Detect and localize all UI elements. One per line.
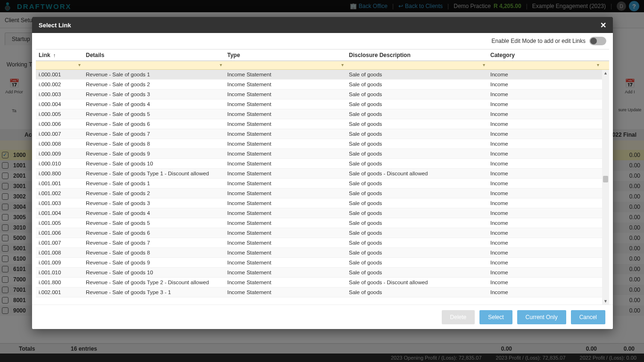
cell-type: Income Statement bbox=[224, 289, 346, 295]
table-row[interactable]: i.001.002Revenue - Sale of goods 2Income… bbox=[36, 189, 609, 198]
cell-link: i.001.002 bbox=[36, 190, 83, 196]
cell-details: Revenue - Sale of goods 6 bbox=[83, 121, 224, 127]
table-row[interactable]: i.001.007Revenue - Sale of goods 7Income… bbox=[36, 238, 609, 248]
table-row[interactable]: i.001.008Revenue - Sale of goods 8Income… bbox=[36, 248, 609, 258]
funnel-icon: ▾ bbox=[78, 62, 81, 67]
cell-details: Revenue - Sale of goods 6 bbox=[83, 230, 224, 236]
cell-link: i.001.800 bbox=[36, 280, 83, 285]
cell-disclosure: Sale of goods bbox=[346, 220, 487, 226]
cell-link: i.001.010 bbox=[36, 270, 83, 275]
filter-type[interactable]: ▾ bbox=[224, 61, 346, 69]
table-row[interactable]: i.000.001Revenue - Sale of goods 1Income… bbox=[36, 70, 609, 80]
cell-type: Income Statement bbox=[224, 121, 346, 127]
cell-link: i.000.001 bbox=[36, 72, 83, 77]
cell-link: i.000.009 bbox=[36, 151, 83, 156]
cancel-button[interactable]: Cancel bbox=[571, 310, 605, 324]
filter-link[interactable]: ▾ bbox=[36, 61, 83, 69]
table-row[interactable]: i.001.001Revenue - Sale of goods 1Income… bbox=[36, 179, 609, 189]
cell-type: Income Statement bbox=[224, 250, 346, 255]
table-row[interactable]: i.000.008Revenue - Sale of goods 8Income… bbox=[36, 139, 609, 149]
cell-type: Income Statement bbox=[224, 131, 346, 137]
cell-disclosure: Sale of goods bbox=[346, 121, 487, 127]
cell-type: Income Statement bbox=[224, 82, 346, 87]
table-row[interactable]: i.001.009Revenue - Sale of goods 9Income… bbox=[36, 258, 609, 268]
cell-link: i.000.004 bbox=[36, 101, 83, 107]
table-row[interactable]: i.001.800Revenue - Sale of goods Type 2 … bbox=[36, 278, 609, 288]
scroll-up-icon[interactable]: ▲ bbox=[602, 70, 609, 76]
table-row[interactable]: i.002.001Revenue - Sale of goods Type 3 … bbox=[36, 288, 609, 297]
cell-link: i.001.004 bbox=[36, 210, 83, 216]
select-button[interactable]: Select bbox=[479, 310, 512, 324]
cell-details: Revenue - Sale of goods 9 bbox=[83, 151, 224, 156]
cell-category: Income bbox=[487, 220, 609, 226]
col-header-disclosure[interactable]: Disclosure Description bbox=[346, 52, 487, 58]
cell-details: Revenue - Sale of goods 5 bbox=[83, 220, 224, 226]
cell-disclosure: Sale of goods bbox=[346, 181, 487, 186]
table-row[interactable]: i.000.007Revenue - Sale of goods 7Income… bbox=[36, 129, 609, 139]
cell-details: Revenue - Sale of goods 9 bbox=[83, 260, 224, 265]
table-row[interactable]: i.000.010Revenue - Sale of goods 10Incom… bbox=[36, 159, 609, 169]
table-row[interactable]: i.001.005Revenue - Sale of goods 5Income… bbox=[36, 218, 609, 228]
table-body: i.000.001Revenue - Sale of goods 1Income… bbox=[36, 70, 609, 304]
modal-title: Select Link bbox=[39, 22, 71, 29]
col-header-link[interactable]: Link ↑ bbox=[36, 52, 83, 58]
table-row[interactable]: i.001.004Revenue - Sale of goods 4Income… bbox=[36, 208, 609, 218]
table-row[interactable]: i.000.004Revenue - Sale of goods 4Income… bbox=[36, 99, 609, 109]
cell-details: Revenue - Sale of goods 3 bbox=[83, 91, 224, 97]
filter-details[interactable]: ▾ bbox=[83, 61, 224, 69]
filter-category[interactable]: ▾ bbox=[487, 61, 602, 69]
cell-details: Revenue - Sale of goods 4 bbox=[83, 101, 224, 107]
cell-disclosure: Sale of goods bbox=[346, 190, 487, 196]
cell-disclosure: Sale of goods bbox=[346, 101, 487, 107]
col-header-details[interactable]: Details bbox=[83, 52, 224, 58]
edit-mode-toggle[interactable] bbox=[589, 37, 606, 45]
table-row[interactable]: i.000.800Revenue - Sale of goods Type 1 … bbox=[36, 169, 609, 179]
table-row[interactable]: i.000.009Revenue - Sale of goods 9Income… bbox=[36, 149, 609, 159]
table-row[interactable]: i.000.005Revenue - Sale of goods 5Income… bbox=[36, 109, 609, 119]
cell-details: Revenue - Sale of goods 5 bbox=[83, 111, 224, 117]
vertical-scrollbar[interactable]: ▲ ▼ bbox=[602, 70, 609, 304]
cell-category: Income bbox=[487, 171, 609, 176]
modal-header: Select Link ✕ bbox=[32, 17, 613, 33]
cell-category: Income bbox=[487, 270, 609, 275]
cell-details: Revenue - Sale of goods 2 bbox=[83, 190, 224, 196]
cell-details: Revenue - Sale of goods Type 1 - Discoun… bbox=[83, 171, 224, 176]
scrollbar-thumb[interactable] bbox=[603, 176, 608, 182]
cell-type: Income Statement bbox=[224, 220, 346, 226]
table-row[interactable]: i.000.006Revenue - Sale of goods 6Income… bbox=[36, 119, 609, 129]
delete-button[interactable]: Delete bbox=[442, 310, 475, 324]
cell-link: i.000.008 bbox=[36, 141, 83, 147]
col-header-type[interactable]: Type bbox=[224, 52, 346, 58]
cell-category: Income bbox=[487, 230, 609, 236]
cell-details: Revenue - Sale of goods Type 3 - 1 bbox=[83, 289, 224, 295]
cell-type: Income Statement bbox=[224, 72, 346, 77]
cell-disclosure: Sale of goods bbox=[346, 82, 487, 87]
cell-disclosure: Sale of goods bbox=[346, 72, 487, 77]
cell-type: Income Statement bbox=[224, 111, 346, 117]
table-row[interactable]: i.001.010Revenue - Sale of goods 10Incom… bbox=[36, 268, 609, 278]
table-row[interactable]: i.000.003Revenue - Sale of goods 3Income… bbox=[36, 90, 609, 99]
table-row[interactable]: i.001.006Revenue - Sale of goods 6Income… bbox=[36, 228, 609, 238]
cell-link: i.001.008 bbox=[36, 250, 83, 255]
cell-details: Revenue - Sale of goods 1 bbox=[83, 181, 224, 186]
cell-link: i.002.001 bbox=[36, 289, 83, 295]
col-header-category[interactable]: Category bbox=[487, 52, 602, 58]
modal-toolbar: Enable Edit Mode to add or edit Links bbox=[32, 33, 613, 49]
cell-details: Revenue - Sale of goods 7 bbox=[83, 240, 224, 246]
edit-mode-label: Enable Edit Mode to add or edit Links bbox=[492, 38, 586, 44]
cell-category: Income bbox=[487, 72, 609, 77]
table-row[interactable]: i.001.003Revenue - Sale of goods 3Income… bbox=[36, 198, 609, 208]
cell-type: Income Statement bbox=[224, 161, 346, 166]
scroll-down-icon[interactable]: ▼ bbox=[602, 298, 609, 304]
cell-type: Income Statement bbox=[224, 230, 346, 236]
cell-disclosure: Sale of goods bbox=[346, 161, 487, 166]
cell-type: Income Statement bbox=[224, 240, 346, 246]
filter-disclosure[interactable]: ▾ bbox=[346, 61, 487, 69]
table-row[interactable]: i.000.002Revenue - Sale of goods 2Income… bbox=[36, 80, 609, 90]
cell-category: Income bbox=[487, 181, 609, 186]
cell-type: Income Statement bbox=[224, 151, 346, 156]
cell-category: Income bbox=[487, 131, 609, 137]
cell-link: i.000.002 bbox=[36, 82, 83, 87]
current-only-button[interactable]: Current Only bbox=[517, 310, 566, 324]
close-icon[interactable]: ✕ bbox=[600, 21, 606, 30]
